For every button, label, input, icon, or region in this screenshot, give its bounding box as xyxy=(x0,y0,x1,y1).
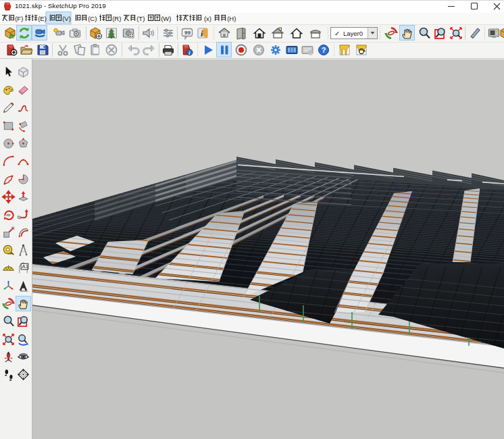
svg-text:(T): (T) xyxy=(136,15,145,22)
svg-text:(V): (V) xyxy=(62,15,71,22)
svg-text:(C): (C) xyxy=(88,15,97,22)
svg-text:99: 99 xyxy=(184,30,191,36)
svg-text:(F): (F) xyxy=(15,15,23,22)
svg-text:(W): (W) xyxy=(161,15,171,22)
svg-text:(H): (H) xyxy=(227,15,236,22)
svg-text:(E): (E) xyxy=(38,15,47,22)
svg-text:(x): (x) xyxy=(204,15,211,22)
svg-text:?: ? xyxy=(322,46,326,54)
svg-text:A1: A1 xyxy=(22,263,28,269)
svg-text:(R): (R) xyxy=(112,15,121,22)
